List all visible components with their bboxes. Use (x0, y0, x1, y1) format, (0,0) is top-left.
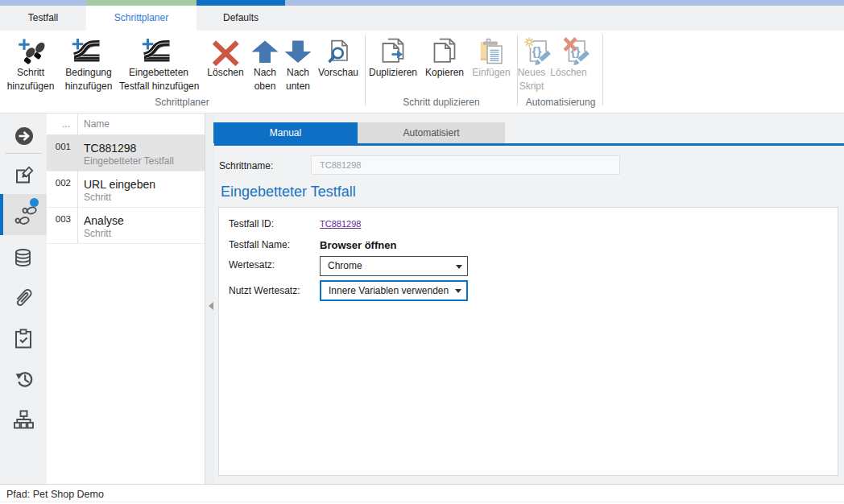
svg-text:{}: {} (532, 44, 542, 58)
